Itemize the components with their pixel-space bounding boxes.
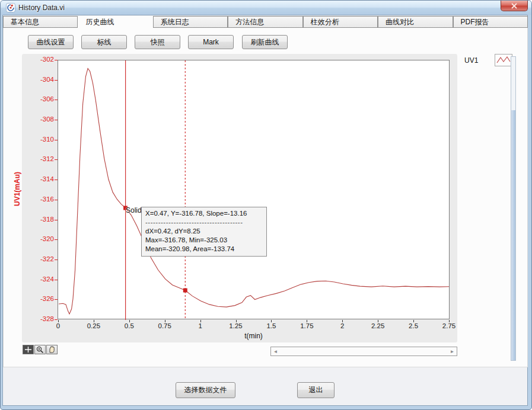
x-tick-label: 0.5: [116, 322, 142, 329]
history-data-window: History Data.vi 基本信息历史曲线系统日志方法信息柱效分析曲线对比…: [0, 0, 532, 410]
y-tick-mark: [55, 319, 58, 320]
x-tick-label: 0.75: [152, 322, 178, 329]
chart-svg: [58, 60, 449, 320]
x-tick-label: 1.25: [223, 322, 249, 329]
labview-app-icon: [6, 3, 15, 12]
tab-5[interactable]: 柱效分析: [303, 16, 378, 28]
x-tick-label: 0: [45, 322, 71, 329]
y-tick-label: -328: [28, 315, 54, 322]
y-tick-label: -316: [28, 196, 54, 203]
tab-3[interactable]: 系统日志: [153, 16, 228, 28]
y-tick-label: -308: [28, 116, 54, 123]
exit-button[interactable]: 退出: [297, 382, 335, 398]
y-tick-label: -322: [28, 255, 54, 262]
tooltip-line-xy: X=0.47, Y=-316.78, Slope=-13.16: [145, 209, 263, 218]
y-tick-label: -304: [28, 76, 54, 83]
vertical-scrollbar[interactable]: [511, 56, 516, 361]
tab-1[interactable]: 基本信息: [3, 16, 78, 28]
x-tick-label: 1.5: [258, 322, 284, 329]
y-tick-label: -302: [28, 56, 54, 63]
y-tick-label: -306: [28, 95, 54, 102]
tooltip-line-meanarea: Mean=-320.98, Area=-133.74: [145, 245, 263, 254]
toolbar-button-3[interactable]: 快照: [135, 35, 180, 49]
y-tick-label: -312: [28, 155, 54, 162]
zoom-tool-button[interactable]: [34, 345, 46, 354]
toolbar-button-1[interactable]: 曲线设置: [28, 35, 74, 49]
x-tick-label: 2.25: [365, 322, 391, 329]
pan-hand-tool-button[interactable]: [46, 345, 58, 354]
tooltip-line-dxdy: dX=0.42, dY=8.25: [145, 227, 263, 236]
x-tick-label: 1.75: [294, 322, 320, 329]
graph-tools-palette: [23, 345, 58, 354]
y-tick-label: -310: [28, 136, 54, 143]
titlebar[interactable]: History Data.vi: [1, 1, 531, 15]
x-tick-label: 2: [329, 322, 355, 329]
legend-plot-style-button[interactable]: [495, 54, 512, 66]
y-tick-label: -314: [28, 175, 54, 182]
uv1-curve: [59, 69, 449, 314]
tab-strip: 基本信息历史曲线系统日志方法信息柱效分析曲线对比PDF报告: [3, 16, 528, 28]
horizontal-scrollbar[interactable]: ◄ ►: [270, 347, 457, 356]
y-tick-label: -326: [28, 295, 54, 302]
legend-waveform-icon: [497, 57, 510, 63]
cursor-name-label: Solid: [126, 206, 142, 214]
toolbar-button-5[interactable]: 刷新曲线: [242, 35, 288, 49]
cursor-tooltip: X=0.47, Y=-316.78, Slope=-13.16 --------…: [141, 207, 267, 257]
y-tick-label: -324: [28, 276, 54, 283]
legend-channel-label[interactable]: UV1: [464, 56, 478, 65]
y-axis-title: UV1(mAu): [13, 172, 21, 206]
tab-2[interactable]: 历史曲线: [78, 16, 152, 28]
crosshair-tool-button[interactable]: [23, 345, 34, 354]
cursor-marker-dashed[interactable]: [183, 289, 187, 293]
scroll-left-arrow-icon[interactable]: ◄: [272, 348, 279, 355]
x-tick-label: 1: [187, 322, 214, 329]
tab-6[interactable]: 曲线对比: [378, 16, 453, 28]
y-tick-label: -318: [28, 216, 54, 223]
vertical-scrollbar-thumb[interactable]: [511, 110, 515, 360]
tooltip-line-maxmin: Max=-316.78, Min=-325.03: [145, 236, 263, 245]
toolbar-button-2[interactable]: 标线: [81, 35, 127, 49]
tab-4[interactable]: 方法信息: [228, 16, 302, 28]
x-axis-title: t(min): [58, 332, 450, 340]
y-tick-label: -320: [28, 235, 54, 242]
tooltip-separator: --------------------------------------: [145, 218, 263, 227]
toolbar-button-4[interactable]: Mark: [188, 35, 234, 49]
x-tick-label: 2.75: [436, 322, 462, 329]
x-tick-label: 2.5: [400, 322, 426, 329]
tab-7[interactable]: PDF报告: [453, 16, 528, 28]
x-tick-label: 0.25: [81, 322, 107, 329]
scroll-right-arrow-icon[interactable]: ►: [448, 348, 456, 355]
plot-area[interactable]: [58, 60, 450, 319]
close-button[interactable]: [501, 1, 528, 11]
window-title: History Data.vi: [18, 4, 65, 12]
select-data-file-button[interactable]: 选择数据文件: [176, 382, 235, 398]
